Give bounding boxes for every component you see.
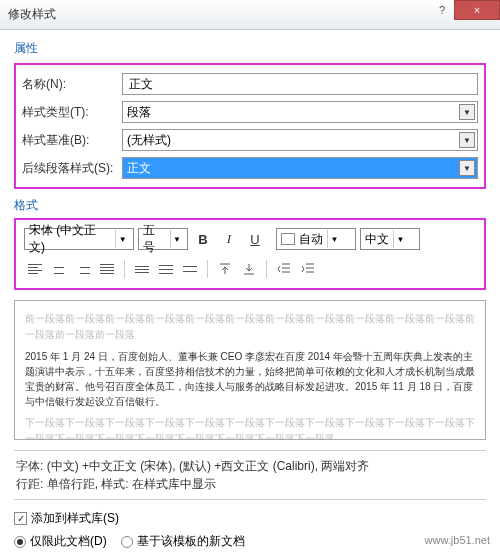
align-right-button[interactable] (72, 258, 94, 280)
indent-decrease-button[interactable] (273, 258, 295, 280)
chevron-down-icon: ▼ (459, 132, 475, 148)
chevron-down-icon: ▼ (115, 230, 129, 248)
window-title: 修改样式 (8, 6, 56, 23)
space-after-button[interactable] (238, 258, 260, 280)
next-label: 后续段落样式(S): (22, 160, 122, 177)
name-label: 名称(N): (22, 76, 122, 93)
name-input[interactable] (122, 73, 478, 95)
chevron-down-icon: ▼ (393, 230, 407, 248)
preview-before: 前一段落前一段落前一段落前一段落前一段落前一段落前一段落前一段落前一段落前一段落… (25, 311, 475, 343)
indent-increase-button[interactable] (297, 258, 319, 280)
style-description: 字体: (中文) +中文正文 (宋体), (默认) +西文正文 (Calibri… (14, 450, 486, 500)
color-select[interactable]: 自动▼ (276, 228, 356, 250)
font-select[interactable]: 宋体 (中文正文)▼ (24, 228, 134, 250)
preview-after: 下一段落下一段落下一段落下一段落下一段落下一段落下一段落下一段落下一段落下一段落… (25, 415, 475, 440)
watermark: www.jb51.net (421, 533, 494, 547)
chevron-down-icon: ▼ (327, 230, 341, 248)
base-select[interactable]: (无样式)▼ (122, 129, 478, 151)
chevron-down-icon: ▼ (459, 104, 475, 120)
format-group: 宋体 (中文正文)▼ 五号▼ B I U 自动▼ 中文▼ (14, 218, 486, 290)
linespacing-3-button[interactable] (179, 258, 201, 280)
italic-button[interactable]: I (218, 228, 240, 250)
type-label: 样式类型(T): (22, 104, 122, 121)
format-heading: 格式 (14, 197, 486, 214)
next-select[interactable]: 正文▼ (122, 157, 478, 179)
base-label: 样式基准(B): (22, 132, 122, 149)
add-to-gallery-label: 添加到样式库(S) (31, 510, 119, 527)
align-justify-button[interactable] (96, 258, 118, 280)
chevron-down-icon: ▼ (459, 160, 475, 176)
linespacing-2-button[interactable] (155, 258, 177, 280)
template-radio[interactable] (121, 536, 133, 548)
bold-button[interactable]: B (192, 228, 214, 250)
add-to-gallery-checkbox[interactable]: ✓ (14, 512, 27, 525)
properties-group: 名称(N): 样式类型(T): 段落▼ 样式基准(B): (无样式)▼ 后续段落… (14, 63, 486, 189)
help-button[interactable]: ? (429, 0, 455, 20)
color-swatch (281, 233, 295, 245)
this-doc-radio[interactable] (14, 536, 26, 548)
this-doc-label: 仅限此文档(D) (30, 533, 107, 550)
align-left-button[interactable] (24, 258, 46, 280)
preview-pane: 前一段落前一段落前一段落前一段落前一段落前一段落前一段落前一段落前一段落前一段落… (14, 300, 486, 440)
align-center-button[interactable] (48, 258, 70, 280)
template-label: 基于该模板的新文档 (137, 533, 245, 550)
properties-heading: 属性 (14, 40, 486, 57)
preview-body: 2015 年 1 月 24 日，百度创始人、董事长兼 CEO 李彦宏在百度 20… (25, 349, 475, 409)
lang-select[interactable]: 中文▼ (360, 228, 420, 250)
type-select[interactable]: 段落▼ (122, 101, 478, 123)
size-select[interactable]: 五号▼ (138, 228, 188, 250)
titlebar: 修改样式 ? × (0, 0, 500, 30)
chevron-down-icon: ▼ (170, 230, 183, 248)
close-button[interactable]: × (454, 0, 500, 20)
space-before-button[interactable] (214, 258, 236, 280)
linespacing-1-button[interactable] (131, 258, 153, 280)
underline-button[interactable]: U (244, 228, 266, 250)
